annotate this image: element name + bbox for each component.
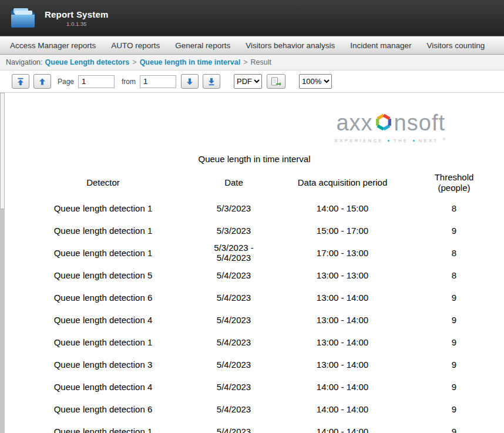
table-cell: Queue length detection 4 bbox=[12, 308, 194, 331]
breadcrumb-separator: > bbox=[243, 58, 247, 66]
page-count-input[interactable] bbox=[140, 75, 176, 88]
breadcrumb-separator: > bbox=[132, 58, 136, 66]
from-label: from bbox=[122, 78, 136, 86]
vertical-scrollbar[interactable] bbox=[0, 93, 5, 433]
column-header: Data acquisition period bbox=[274, 169, 412, 197]
table-cell: 9 bbox=[412, 353, 497, 375]
table-cell: Queue length detection 5 bbox=[12, 264, 194, 286]
table-cell: 8 bbox=[412, 264, 497, 286]
menu-item-2[interactable]: General reports bbox=[167, 41, 238, 50]
table-cell: Queue length detection 1 bbox=[12, 197, 194, 219]
table-cell: 14:00 - 14:00 bbox=[274, 420, 412, 433]
table-cell: 13:00 - 14:00 bbox=[274, 353, 412, 375]
logo-hexagon-icon bbox=[374, 112, 394, 136]
arrow-down-bar-icon bbox=[207, 78, 216, 86]
logo-text-prefix: axx bbox=[336, 112, 372, 134]
table-row: Queue length detection 45/4/202314:00 - … bbox=[12, 375, 497, 398]
table-cell: Queue length detection 4 bbox=[12, 375, 194, 398]
scrollbar-thumb[interactable] bbox=[0, 93, 5, 209]
table-cell: 5/4/2023 bbox=[194, 420, 274, 433]
table-cell: Queue length detection 1 bbox=[12, 219, 194, 241]
table-cell: 5/4/2023 bbox=[194, 375, 274, 398]
table-cell: 13:00 - 14:00 bbox=[274, 308, 412, 331]
table-cell: 17:00 - 13:00 bbox=[274, 241, 412, 264]
axxonsoft-logo: axx nsoft EXPERIENCETHENEXT® bbox=[5, 93, 504, 143]
breadcrumb-link[interactable]: Queue length in time interval bbox=[140, 58, 241, 66]
toolbar: Page from PDF 100% bbox=[0, 71, 504, 93]
tagline-word: NEXT bbox=[419, 138, 439, 143]
table-cell: 5/4/2023 bbox=[194, 353, 274, 375]
table-cell: Queue length detection 1 bbox=[12, 241, 194, 264]
table-cell: 5/3/2023 - 5/4/2023 bbox=[194, 241, 274, 264]
table-cell: 13:00 - 14:00 bbox=[274, 331, 412, 353]
table-cell: 14:00 - 15:00 bbox=[274, 197, 412, 219]
menu-item-5[interactable]: Visitors counting bbox=[419, 41, 493, 50]
format-select[interactable]: PDF bbox=[234, 74, 262, 89]
breadcrumb-link[interactable]: Queue Length detectors bbox=[45, 58, 130, 66]
report-table-head-row: DetectorDateData acquisition periodThres… bbox=[12, 169, 497, 197]
menu-item-3[interactable]: Visitors behavior analysis bbox=[238, 41, 342, 50]
next-page-button[interactable] bbox=[181, 74, 199, 89]
table-cell: Queue length detection 1 bbox=[12, 331, 194, 353]
table-row: Queue length detection 35/4/202313:00 - … bbox=[12, 353, 497, 375]
app-version: 1.0.1.35 bbox=[45, 21, 108, 27]
arrow-up-icon bbox=[38, 78, 46, 86]
menu-item-0[interactable]: Access Manager reports bbox=[2, 41, 103, 50]
first-page-button[interactable] bbox=[12, 74, 29, 89]
page-input[interactable] bbox=[78, 75, 115, 88]
app-folder-icon bbox=[9, 7, 36, 29]
zoom-select[interactable]: 100% bbox=[299, 74, 332, 89]
table-cell: 5/4/2023 bbox=[194, 398, 274, 420]
breadcrumb-current: Result bbox=[251, 58, 271, 66]
table-cell: 9 bbox=[412, 308, 497, 331]
table-cell: 14:00 - 14:00 bbox=[274, 398, 412, 420]
table-row: Queue length detection 15/3/202315:00 - … bbox=[12, 219, 497, 241]
table-cell: 9 bbox=[412, 398, 497, 420]
tagline-word: EXPERIENCE bbox=[335, 138, 384, 143]
column-header: Threshold (people) bbox=[412, 169, 497, 197]
menu-item-1[interactable]: AUTO reports bbox=[103, 41, 167, 50]
breadcrumb-links: Queue Length detectors>Queue length in t… bbox=[45, 58, 271, 66]
report-viewer: axx nsoft EXPERIENCETHENEXT® Queue lengt… bbox=[0, 93, 504, 433]
arrow-down-icon bbox=[186, 78, 194, 86]
table-cell: 9 bbox=[412, 219, 497, 241]
breadcrumb-label: Navigation: bbox=[6, 58, 43, 66]
report-title: Queue length in time interval bbox=[5, 154, 504, 164]
table-cell: 9 bbox=[412, 331, 497, 353]
table-row: Queue length detection 45/4/202313:00 - … bbox=[12, 308, 497, 331]
table-cell: 13:00 - 13:00 bbox=[274, 264, 412, 286]
last-page-button[interactable] bbox=[203, 74, 220, 89]
table-row: Queue length detection 15/3/202314:00 - … bbox=[12, 197, 497, 219]
table-cell: 8 bbox=[412, 241, 497, 264]
tagline-dot-icon bbox=[388, 140, 389, 142]
table-row: Queue length detection 65/4/202313:00 - … bbox=[12, 286, 497, 308]
menu-bar: Access Manager reportsAUTO reportsGenera… bbox=[0, 36, 504, 55]
table-cell: 15:00 - 17:00 bbox=[274, 219, 412, 241]
report-table-body: Queue length detection 15/3/202314:00 - … bbox=[12, 197, 497, 433]
table-cell: 5/4/2023 bbox=[194, 331, 274, 353]
page-label: Page bbox=[58, 78, 74, 86]
column-header: Date bbox=[194, 169, 274, 197]
arrow-up-bar-icon bbox=[16, 78, 25, 86]
table-row: Queue length detection 65/4/202314:00 - … bbox=[12, 398, 497, 420]
table-cell: 14:00 - 14:00 bbox=[274, 375, 412, 398]
tagline-word: THE bbox=[394, 138, 409, 143]
table-row: Queue length detection 15/3/2023 - 5/4/2… bbox=[12, 241, 497, 264]
table-cell: 9 bbox=[412, 375, 497, 398]
app-title: Report System bbox=[45, 9, 108, 19]
table-cell: Queue length detection 6 bbox=[12, 286, 194, 308]
logo-text-suffix: nsoft bbox=[394, 112, 445, 134]
report-page: axx nsoft EXPERIENCETHENEXT® Queue lengt… bbox=[5, 93, 504, 433]
table-cell: 5/3/2023 bbox=[194, 219, 274, 241]
export-button[interactable] bbox=[267, 74, 285, 89]
logo-tagline: EXPERIENCETHENEXT® bbox=[335, 138, 445, 143]
table-row: Queue length detection 15/4/202313:00 - … bbox=[12, 331, 497, 353]
breadcrumb: Navigation: Queue Length detectors>Queue… bbox=[0, 55, 504, 71]
table-cell: 5/3/2023 bbox=[194, 197, 274, 219]
previous-page-button[interactable] bbox=[33, 74, 51, 89]
tagline-dot-icon bbox=[413, 140, 415, 142]
menu-item-4[interactable]: Incident manager bbox=[342, 41, 419, 50]
column-header: Detector bbox=[12, 169, 194, 197]
table-cell: 5/4/2023 bbox=[194, 264, 274, 286]
table-cell: 5/4/2023 bbox=[194, 286, 274, 308]
